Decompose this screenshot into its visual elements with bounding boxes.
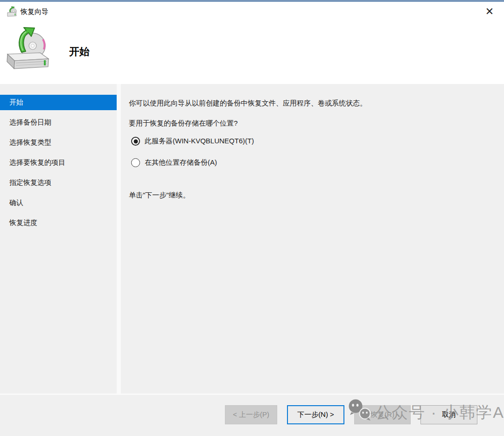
sidebar-item-select-backup-date[interactable]: 选择备份日期 — [0, 115, 117, 130]
recovery-wizard-window: 恢复向导 ✕ 开始 — [0, 0, 504, 436]
radio-this-server[interactable]: 此服务器(WIN-KVQBLUNEQT6)(T) — [131, 137, 254, 146]
sidebar-item-recovery-progress[interactable]: 恢复进度 — [0, 215, 117, 231]
sidebar-item-select-items-to-recover[interactable]: 选择要恢复的项目 — [0, 155, 117, 170]
steps-sidebar: 开始 选择备份日期 选择恢复类型 选择要恢复的项目 指定恢复选项 确认 恢复进度 — [0, 84, 117, 394]
close-icon[interactable]: ✕ — [483, 5, 497, 19]
sidebar-item-getting-started[interactable]: 开始 — [0, 95, 117, 110]
sidebar-item-confirmation[interactable]: 确认 — [0, 195, 117, 211]
sidebar-item-specify-recovery-options[interactable]: 指定恢复选项 — [0, 175, 117, 190]
wizard-header: 开始 — [0, 21, 504, 84]
content-pane: 你可以使用此向导从以前创建的备份中恢复文件、应用程序、卷或系统状态。 要用于恢复… — [121, 84, 504, 394]
radio-selected-icon[interactable] — [131, 137, 140, 146]
previous-button[interactable]: < 上一步(P) — [225, 405, 277, 424]
page-title: 开始 — [69, 45, 90, 59]
next-hint-text: 单击"下一步"继续。 — [129, 191, 190, 200]
restore-wizard-icon — [7, 6, 18, 17]
restore-disk-icon — [3, 26, 51, 74]
intro-text: 你可以使用此向导从以前创建的备份中恢复文件、应用程序、卷或系统状态。 — [129, 99, 367, 108]
button-bar: < 上一步(P) 下一步(N) > 恢复(R) 取消 — [0, 395, 504, 435]
titlebar: 恢复向导 — [0, 2, 504, 21]
cancel-button[interactable]: 取消 — [420, 405, 477, 424]
radio-this-server-label: 此服务器(WIN-KVQBLUNEQT6)(T) — [145, 137, 254, 146]
recover-button[interactable]: 恢复(R) — [354, 405, 411, 424]
backup-location-question: 要用于恢复的备份存储在哪个位置? — [129, 119, 238, 128]
sidebar-item-select-recovery-type[interactable]: 选择恢复类型 — [0, 135, 117, 150]
radio-other-location-label: 在其他位置存储备份(A) — [145, 158, 217, 167]
sidebar-content-divider — [117, 84, 121, 394]
window-title: 恢复向导 — [21, 7, 49, 16]
next-button[interactable]: 下一步(N) > — [287, 405, 344, 424]
radio-unselected-icon[interactable] — [131, 158, 140, 167]
steps-list: 开始 选择备份日期 选择恢复类型 选择要恢复的项目 指定恢复选项 确认 恢复进度 — [0, 84, 117, 231]
wizard-body: 开始 选择备份日期 选择恢复类型 选择要恢复的项目 指定恢复选项 确认 恢复进度… — [0, 84, 504, 436]
radio-other-location[interactable]: 在其他位置存储备份(A) — [131, 158, 217, 167]
